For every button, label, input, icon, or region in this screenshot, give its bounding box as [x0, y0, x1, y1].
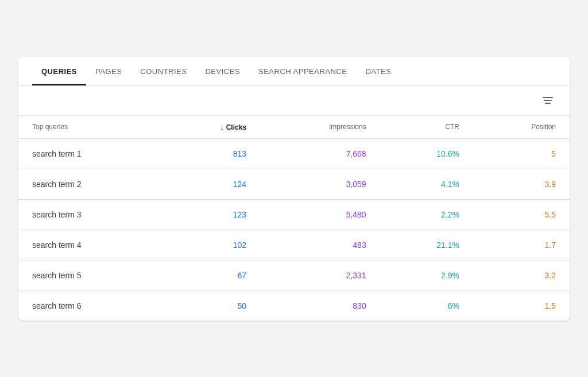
table-row: search term 6508306%1.5 — [18, 290, 570, 321]
col-header-ctr: CTR — [380, 116, 473, 139]
table-row: search term 410248321.1%1.7 — [18, 230, 570, 260]
cell-impressions: 830 — [260, 290, 380, 321]
col-header-label-query: Top queries — [32, 123, 68, 131]
cell-query: search term 5 — [18, 260, 160, 290]
col-header-label-impressions: Impressions — [329, 123, 366, 131]
filter-icon-line1 — [543, 97, 553, 98]
table-header: Top queries↓ClicksImpressionsCTRPosition — [18, 116, 570, 139]
tab-pages[interactable]: PAGES — [86, 57, 131, 85]
col-header-position: Position — [473, 116, 570, 139]
col-header-clicks[interactable]: ↓Clicks — [160, 116, 260, 139]
cell-query: search term 6 — [18, 290, 160, 321]
cell-clicks: 124 — [160, 169, 260, 199]
table-row: search term 21243,0594.1%3.9 — [18, 169, 570, 199]
tab-countries[interactable]: COUNTRIES — [131, 57, 196, 85]
cell-impressions: 483 — [260, 230, 380, 260]
cell-ctr: 6% — [380, 290, 473, 321]
filter-button[interactable] — [540, 92, 556, 108]
tab-bar: QUERIESPAGESCOUNTRIESDEVICESSEARCH APPEA… — [18, 57, 570, 85]
cell-query: search term 4 — [18, 230, 160, 260]
data-table-container: Top queries↓ClicksImpressionsCTRPosition… — [18, 116, 570, 321]
table-row: search term 18137,66810.6%5 — [18, 138, 570, 169]
cell-clicks: 102 — [160, 230, 260, 260]
filter-row — [18, 85, 570, 116]
cell-impressions: 3,059 — [260, 169, 380, 199]
cell-query: search term 2 — [18, 169, 160, 199]
cell-position: 1.5 — [473, 290, 570, 321]
tab-queries[interactable]: QUERIES — [32, 57, 86, 85]
cell-ctr: 21.1% — [380, 230, 473, 260]
table-body: search term 18137,66810.6%5search term 2… — [18, 138, 570, 321]
tab-devices[interactable]: DEVICES — [196, 57, 249, 85]
tab-search-appearance[interactable]: SEARCH APPEARANCE — [249, 57, 356, 85]
cell-ctr: 4.1% — [380, 169, 473, 199]
col-header-query: Top queries — [18, 116, 160, 139]
col-header-label-ctr: CTR — [445, 123, 459, 131]
col-header-label-position: Position — [531, 123, 556, 131]
cell-ctr: 2.2% — [380, 199, 473, 230]
cell-clicks: 123 — [160, 199, 260, 230]
cell-position: 3.2 — [473, 260, 570, 290]
table-row: search term 5672,3312.9%3.2 — [18, 260, 570, 290]
cell-position: 1.7 — [473, 230, 570, 260]
cell-clicks: 813 — [160, 138, 260, 169]
tab-dates[interactable]: DATES — [356, 57, 400, 85]
cell-impressions: 2,331 — [260, 260, 380, 290]
cell-position: 5.5 — [473, 199, 570, 230]
data-table: Top queries↓ClicksImpressionsCTRPosition… — [18, 116, 570, 321]
cell-ctr: 10.6% — [380, 138, 473, 169]
main-card: QUERIESPAGESCOUNTRIESDEVICESSEARCH APPEA… — [18, 57, 570, 321]
cell-query: search term 1 — [18, 138, 160, 169]
cell-impressions: 7,668 — [260, 138, 380, 169]
cell-ctr: 2.9% — [380, 260, 473, 290]
col-header-impressions: Impressions — [260, 116, 380, 139]
cell-clicks: 67 — [160, 260, 260, 290]
cell-position: 5 — [473, 138, 570, 169]
col-header-label-clicks: Clicks — [226, 123, 246, 131]
cell-impressions: 5,480 — [260, 199, 380, 230]
filter-icon-line2 — [544, 100, 552, 101]
table-row: search term 31235,4802.2%5.5 — [18, 199, 570, 230]
sort-arrow-icon: ↓ — [220, 123, 224, 131]
cell-position: 3.9 — [473, 169, 570, 199]
table-header-row: Top queries↓ClicksImpressionsCTRPosition — [18, 116, 570, 139]
cell-clicks: 50 — [160, 290, 260, 321]
cell-query: search term 3 — [18, 199, 160, 230]
filter-icon-line3 — [545, 103, 551, 104]
